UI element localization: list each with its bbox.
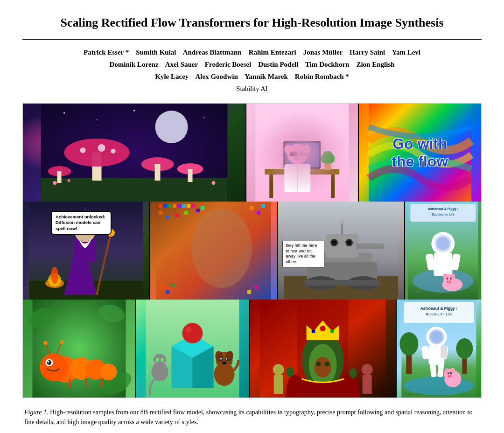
svg-rect-71 [196,209,200,212]
svg-rect-33 [299,152,307,156]
svg-rect-202 [441,345,448,358]
avocado-cell [250,300,396,398]
image-row-3: Astronaut & Piggy : Buddies for Life Bud… [23,300,481,398]
svg-point-115 [443,273,448,279]
svg-text:Buddies for Life: Buddies for Life [426,312,452,316]
svg-rect-40 [284,164,310,192]
figure-container: Go withthe flow [22,103,482,398]
svg-rect-73 [159,211,162,215]
svg-rect-91 [305,280,379,286]
title-divider [22,39,482,40]
svg-point-177 [287,367,294,377]
svg-point-196 [431,331,442,342]
svg-point-35 [294,155,301,160]
svg-point-21 [212,181,216,185]
robot-speech-text: they left me here to rust and rot away l… [282,241,324,267]
svg-rect-174 [274,375,283,394]
svg-rect-81 [257,211,260,215]
authors-section: Patrick Esser * Sumith Kulal Andreas Bla… [22,46,482,95]
svg-rect-169 [307,333,339,340]
svg-point-116 [451,273,455,279]
svg-point-168 [325,362,329,366]
svg-rect-77 [161,286,165,289]
svg-point-166 [315,357,331,377]
svg-point-4 [133,110,135,111]
svg-text:Buddies & Life: Buddies & Life [406,393,421,396]
svg-rect-80 [250,206,253,210]
svg-point-144 [153,354,166,367]
svg-point-142 [186,327,191,333]
svg-point-30 [284,167,310,185]
svg-point-160 [226,358,227,359]
svg-point-133 [43,341,47,345]
svg-rect-65 [168,204,172,208]
svg-point-175 [362,364,373,375]
svg-point-135 [60,340,63,344]
mushroom-cell [23,104,245,202]
svg-point-36 [295,157,297,159]
svg-point-104 [437,237,450,250]
svg-rect-64 [163,204,167,208]
svg-rect-78 [166,290,169,294]
svg-rect-16 [188,169,193,182]
svg-rect-27 [285,143,319,167]
svg-point-141 [182,323,203,343]
figure-caption: Figure 1. High-resolution samples from o… [22,403,482,427]
caterpillar-cell [23,300,135,398]
go-with-flow-text: Go withthe flow [392,135,448,171]
affiliation: Stability AI [22,83,482,95]
cube-cell [136,300,249,398]
svg-point-183 [456,338,473,359]
svg-point-192 [445,368,449,374]
svg-rect-66 [173,204,176,208]
svg-point-19 [53,181,57,185]
flow-text: Go withthe flow [392,135,448,171]
svg-point-171 [312,329,315,333]
svg-rect-42 [324,160,331,170]
svg-rect-79 [170,283,174,287]
svg-point-184 [404,377,474,395]
svg-point-128 [40,353,68,381]
astronaut-cell: Astronaut & Piggy : Buddies for Life [405,202,481,300]
authors-line1: Patrick Esser * Sumith Kulal Andreas Bla… [22,46,482,58]
svg-rect-67 [177,204,181,208]
svg-rect-63 [159,204,162,208]
svg-point-127 [100,363,117,380]
svg-point-10 [80,147,86,153]
svg-point-39 [303,145,310,154]
svg-point-62 [191,209,252,288]
svg-rect-32 [290,152,297,156]
svg-point-161 [222,362,226,364]
svg-rect-25 [331,175,335,198]
svg-rect-82 [261,204,265,208]
wizard-speech-bubble: Achievement unlocked: Diffusion models c… [51,211,112,235]
svg-point-94 [332,240,336,245]
svg-rect-75 [175,213,179,217]
svg-point-149 [156,358,159,362]
svg-point-150 [161,358,163,362]
svg-rect-176 [363,375,372,394]
svg-point-111 [447,281,448,282]
svg-rect-99 [356,244,384,249]
svg-point-96 [347,240,351,245]
svg-rect-26 [283,141,321,169]
svg-rect-14 [155,164,161,181]
authors-line2: Dominik Lorenz Axel Sauer Frederic Boese… [22,58,482,70]
svg-point-37 [298,157,300,159]
svg-rect-83 [247,290,251,294]
svg-point-3 [97,119,98,120]
svg-point-9 [64,139,130,167]
svg-text:Astronaut & Piggy :: Astronaut & Piggy : [428,207,458,211]
svg-point-178 [350,368,357,378]
svg-rect-70 [191,204,195,208]
svg-point-1 [155,111,188,143]
flow-cell: Go withthe flow [359,104,481,202]
svg-rect-29 [293,173,311,175]
svg-rect-92 [326,234,358,258]
image-grid: Go withthe flow [23,104,481,398]
wizard-cell: ★ Achievement unlocked: Diffusion models… [23,202,149,300]
svg-rect-52 [74,239,96,262]
svg-rect-68 [182,204,186,208]
image-row-2: ★ Achievement unlocked: Diffusion models… [23,202,481,300]
robot-cell: they left me here to rust and rot away l… [278,202,404,300]
